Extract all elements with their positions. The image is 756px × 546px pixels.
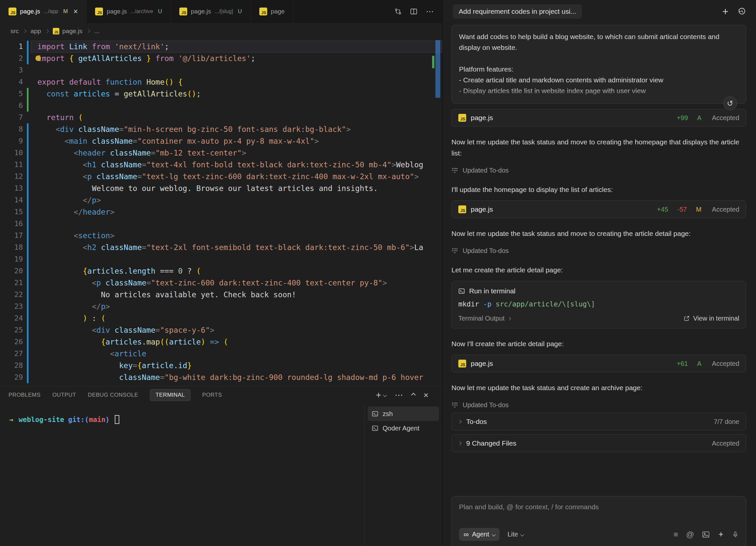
breadcrumb-item[interactable]: src [10, 28, 19, 35]
model-label: Lite [507, 531, 518, 538]
open-changes-icon[interactable] [394, 8, 402, 15]
panel-actions: + ⋯ × [376, 386, 428, 404]
terminal-output-link[interactable]: Terminal Output [458, 315, 510, 322]
line-number: 8 [0, 123, 23, 135]
model-selector[interactable]: Lite [507, 531, 524, 538]
collapsible-row[interactable]: 9 Changed FilesAccepted [451, 435, 746, 452]
chat-input[interactable]: Plan and build, @ for context, / for com… [451, 496, 746, 546]
panel-tab-ports[interactable]: PORTS [202, 392, 222, 398]
close-panel-icon[interactable]: × [424, 391, 428, 399]
gutter-decoration [27, 135, 31, 147]
file-change-card[interactable]: JSpage.js+45-57MAccepted [451, 200, 746, 218]
gutter-decoration [27, 171, 31, 182]
panel-tab-terminal[interactable]: TERMINAL [150, 389, 190, 401]
user-message-line: Platform features: [459, 64, 739, 74]
code-text: import Link from 'next/link'; [31, 41, 442, 52]
code-line: 17 <section> [0, 230, 442, 241]
code-line: 24 ) : ( [0, 313, 442, 324]
line-number: 4 [0, 76, 23, 88]
javascript-file-icon: JS [9, 8, 16, 15]
microphone-icon[interactable] [732, 531, 739, 538]
terminal-card-footer: Terminal OutputView in terminal [458, 315, 739, 322]
image-attach-icon[interactable] [702, 531, 710, 538]
code-text [31, 100, 442, 111]
file-change-card[interactable]: JSpage.js+61AAccepted [451, 355, 746, 373]
todo-update: Updated To-dos [451, 167, 746, 174]
panel-tab-debug-console[interactable]: DEBUG CONSOLE [88, 392, 138, 398]
run-in-terminal-label: Run in terminal [469, 287, 515, 295]
code-line: 12 <p className="text-lg text-zinc-600 d… [0, 171, 442, 182]
gutter-decoration [27, 206, 31, 218]
javascript-file-icon: JS [458, 360, 466, 368]
collapsible-row[interactable]: To-dos7/7 done [451, 413, 746, 431]
git-status-badge: M [63, 8, 68, 15]
gutter-decoration [27, 324, 31, 336]
code-line: 10 <header className="mb-12 text-center"… [0, 147, 442, 159]
line-number: 16 [0, 218, 23, 230]
code-line: 25 <div className="space-y-6"> [0, 324, 442, 336]
code-text [31, 253, 442, 265]
file-change-card[interactable]: JSpage.js+99AAccepted [451, 109, 746, 127]
new-terminal-button[interactable]: + [376, 391, 386, 400]
breadcrumb-item[interactable]: ... [94, 28, 99, 35]
line-number: 18 [0, 241, 23, 253]
mode-label: Agent [472, 531, 489, 538]
breadcrumb-item[interactable]: app [30, 28, 41, 35]
code-line: 21 <p className="text-zinc-600 dark:text… [0, 277, 442, 289]
history-icon[interactable] [738, 7, 746, 16]
line-number: 6 [0, 100, 23, 111]
terminal-prompt[interactable]: → weblog-site git:( main ) [9, 415, 119, 424]
chat-session-title[interactable]: Add requirement codes in project usi... [453, 4, 582, 19]
mode-selector[interactable]: ∞ Agent [459, 528, 500, 541]
todo-update-label: Updated To-dos [463, 247, 509, 254]
file-name: page.js [471, 205, 493, 213]
task-list-icon[interactable]: ≡ [674, 531, 678, 538]
terminal-session[interactable]: zsh [368, 407, 439, 421]
more-actions-icon[interactable]: ⋯ [426, 8, 434, 15]
editor-tab[interactable]: JSpage [251, 0, 293, 23]
panel-tab-problems[interactable]: PROBLEMS [9, 392, 41, 398]
terminal-cursor [115, 415, 119, 424]
editor-tab[interactable]: JSpage.js.../[slug]U [171, 0, 251, 23]
chat-input-placeholder: Plan and build, @ for context, / for com… [459, 503, 739, 511]
prompt-directory: weblog-site [19, 416, 64, 424]
close-icon[interactable]: × [73, 8, 78, 15]
code-line: 18 <h2 className="text-2xl font-semibold… [0, 241, 442, 253]
editor-tab[interactable]: JSpage.js.../appM× [0, 0, 87, 23]
editor-tab[interactable]: JSpage.js.../archiveU [87, 0, 171, 23]
code-text: {articles.map((article) => ( [31, 336, 442, 348]
code-editor[interactable]: 1import Link from 'next/link';2import { … [0, 39, 442, 386]
diff-stat: M [696, 206, 702, 213]
code-text: <h1 className="text-4xl font-bold text-b… [31, 159, 442, 171]
new-chat-icon[interactable]: + [722, 6, 728, 17]
javascript-file-icon: JS [53, 28, 59, 34]
gutter-decoration [27, 88, 31, 100]
editor-scrollbar[interactable] [435, 40, 440, 98]
sparkle-icon[interactable] [718, 531, 724, 538]
code-line: 6 [0, 100, 442, 111]
git-status-badge: U [158, 8, 162, 15]
breadcrumb-item[interactable]: JSpage.js [53, 28, 82, 35]
line-number: 24 [0, 313, 23, 324]
undo-button[interactable]: ↺ [723, 96, 737, 110]
gutter-decoration [27, 64, 31, 76]
chat-panel: Add requirement codes in project usi... … [442, 0, 756, 546]
code-line: 4export default function Home() { [0, 76, 442, 88]
gutter-decoration [27, 147, 31, 159]
chat-messages: Want add codes to help build a blog webs… [443, 23, 756, 496]
code-line: 1import Link from 'next/link'; [0, 41, 442, 52]
split-editor-icon[interactable] [410, 8, 417, 15]
chevron-up-icon[interactable] [411, 393, 416, 397]
javascript-file-icon: JS [259, 8, 267, 15]
code-text: No articles available yet. Check back so… [31, 289, 442, 301]
panel-tab-bar: PROBLEMSOUTPUTDEBUG CONSOLETERMINALPORTS… [0, 386, 442, 404]
code-line: 29 className="bg-white dark:bg-zinc-900 … [0, 372, 442, 383]
panel-tab-output[interactable]: OUTPUT [52, 392, 76, 398]
session-label: zsh [383, 410, 393, 418]
view-in-terminal-link[interactable]: View in terminal [684, 315, 739, 322]
mention-icon[interactable]: @ [686, 531, 694, 538]
checklist-icon [451, 247, 458, 254]
terminal-session[interactable]: Qoder Agent [368, 421, 439, 435]
more-icon[interactable]: ⋯ [395, 391, 403, 399]
checklist-icon [451, 167, 458, 174]
